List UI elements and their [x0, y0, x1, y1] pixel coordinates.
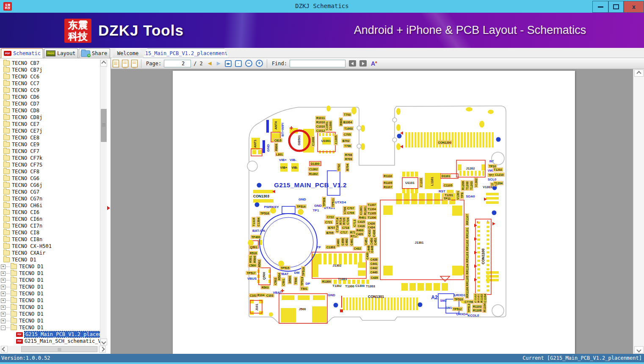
fit-width-button[interactable]: ◂▸ [225, 60, 232, 67]
prev-view-button[interactable]: ↶ [120, 59, 130, 68]
doc-tab-welcome[interactable]: Welcome [112, 48, 144, 58]
expand-icon[interactable]: + [1, 285, 6, 289]
tree-item[interactable]: TECNO CE7 [0, 121, 100, 128]
tab-layout[interactable]: PADS Layout [44, 48, 78, 58]
tree-item[interactable]: TECNO CG7n [0, 195, 100, 202]
tree-item[interactable]: TECNO CI8 [0, 229, 100, 236]
expand-icon[interactable]: + [1, 312, 6, 317]
pcb-label: R1110 [383, 174, 393, 178]
sidebar-vertical-scrollbar[interactable] [100, 60, 107, 345]
doc-tab-active[interactable]: G215_Main_PCB_V1.2_placenment x [143, 48, 229, 58]
tree-item[interactable]: TECNO CG6j [0, 182, 100, 189]
sidebar-collapse-arrow[interactable] [107, 206, 110, 210]
tree-item[interactable]: TECNO CE9 [0, 141, 100, 148]
expand-icon[interactable]: + [1, 271, 6, 276]
tree-item[interactable]: TECNO CI6n [0, 216, 100, 222]
tree-item[interactable]: TECNO CI8n [0, 236, 100, 243]
find-input[interactable] [290, 60, 345, 67]
tree-item[interactable]: TECNO CG6 [0, 175, 100, 182]
expand-icon[interactable]: + [1, 278, 6, 283]
tree-item[interactable]: +TECNO D1 [0, 277, 100, 283]
tree-item[interactable]: TECNO CI6 [0, 209, 100, 216]
minimize-button[interactable] [592, 1, 608, 13]
tree-item[interactable]: TECNO CX-H501 [0, 243, 100, 250]
close-button[interactable]: x [624, 1, 644, 13]
next-view-button[interactable]: ↷ [130, 59, 139, 68]
tree-item[interactable]: TECNO CC7 [0, 80, 100, 87]
pcb-label: R1104 [483, 303, 486, 313]
tree-item[interactable]: +TECNO D1 [0, 270, 100, 277]
previous-page-button[interactable]: ◀ [208, 60, 212, 67]
expand-icon[interactable]: + [1, 292, 6, 296]
doc-tab-close-icon[interactable]: x [230, 50, 233, 56]
tree-item[interactable]: TECNO CI7n [0, 222, 100, 229]
scroll-down-button[interactable] [100, 339, 107, 345]
tree-item[interactable]: +TECNO D1 [0, 297, 100, 304]
tree-item[interactable]: TECNO CE8 [0, 134, 100, 141]
scroll-up-button[interactable] [634, 69, 644, 77]
tab-share[interactable]: Share [79, 48, 110, 58]
fit-page-button[interactable]: ▫ [235, 60, 242, 67]
tree-item[interactable]: +TECNO D1 [0, 317, 100, 324]
tree-item[interactable]: TECNO CD8j [0, 114, 100, 121]
viewer-vertical-scrollbar[interactable] [633, 69, 644, 354]
scroll-right-button[interactable] [99, 346, 106, 353]
expand-icon[interactable]: + [1, 264, 6, 269]
tree-item[interactable]: TECNO CD7 [0, 100, 100, 107]
tree-item[interactable]: TECNO CB7j [0, 67, 100, 73]
zoom-out-button[interactable]: − [245, 60, 252, 67]
tree-item[interactable]: TECNO D1 [0, 256, 100, 263]
find-next-button[interactable] [359, 60, 367, 67]
tree-item[interactable]: +TECNO D1 [0, 283, 100, 290]
scrollbar-thumb[interactable] [21, 346, 97, 352]
next-page-button[interactable]: ▶ [217, 60, 221, 67]
tab-schematic-label: Schematic [13, 50, 41, 56]
sidebar-horizontal-scrollbar[interactable] [1, 346, 106, 353]
pcb-label: V1301 [456, 190, 460, 200]
tree-item[interactable]: TECNO CD8 [0, 107, 100, 114]
tree-item[interactable]: TECNO CF7 [0, 148, 100, 155]
expand-icon[interactable]: + [1, 319, 6, 323]
expand-icon[interactable]: + [1, 298, 6, 303]
tree-item[interactable]: +TECNO D1 [0, 290, 100, 297]
page-thumbnail-button[interactable] [111, 59, 120, 68]
pcb-label: TP515 [280, 266, 290, 270]
scrollbar-thumb[interactable] [101, 109, 107, 142]
scroll-left-button[interactable] [1, 346, 8, 353]
scroll-up-button[interactable] [100, 60, 107, 67]
tree-item[interactable]: TECNO CB7 [0, 60, 100, 67]
tree-item[interactable]: TECNO CC6 [0, 73, 100, 80]
tree-item[interactable]: TECNO CG7 [0, 189, 100, 195]
tree-item-label: TECNO CF7 [12, 148, 39, 154]
tree-item[interactable]: TECNO CF7k [0, 155, 100, 161]
tree-item[interactable]: TECNO CC9 [0, 87, 100, 94]
tree-item[interactable]: TECNO CXAir [0, 250, 100, 256]
tree-item[interactable]: TECNO CE7j [0, 128, 100, 134]
tab-schematic[interactable]: PDF Schematic [1, 48, 43, 58]
maximize-button[interactable] [608, 1, 624, 13]
tree-item[interactable]: -TECNO D1 [0, 324, 100, 331]
tree-item[interactable]: +TECNO D1 [0, 263, 100, 270]
tree-item[interactable]: TECNO CF7S [0, 161, 100, 168]
tree-item-pdf[interactable]: PDFG215_Main_SCH_schematic_V1.2 [0, 338, 100, 345]
tree-item[interactable]: TECNO CD6 [0, 94, 100, 100]
tree-item[interactable]: +TECNO D1 [0, 304, 100, 311]
brand-logo: 东震 科技 [64, 19, 91, 43]
tree-item[interactable]: +TECNO D1 [0, 311, 100, 317]
tree-item[interactable]: TECNO CF8 [0, 168, 100, 175]
page-number-input[interactable] [164, 60, 191, 67]
tree-item-pdf[interactable]: PDFG215_Main_PCB_V1.2_placenment [0, 331, 100, 338]
font-size-button[interactable]: Aa [371, 60, 377, 67]
collapse-icon[interactable]: - [1, 325, 6, 330]
pcb-label: C716 [335, 225, 339, 233]
folder-icon [3, 176, 10, 181]
expand-icon[interactable]: + [1, 305, 6, 310]
scroll-down-button[interactable] [634, 346, 644, 353]
tree-connector [6, 314, 10, 314]
pcb-label: VIB- [292, 166, 298, 169]
pdf-viewer-canvas[interactable]: ANT4ANT1BT+WIFIGNDC815R808L801GB501C1008… [111, 69, 633, 354]
find-previous-button[interactable] [349, 60, 356, 67]
page-back-icon: ↶ [122, 60, 128, 67]
tree-item[interactable]: TECNO CH6i [0, 202, 100, 209]
zoom-in-button[interactable]: + [256, 60, 263, 67]
